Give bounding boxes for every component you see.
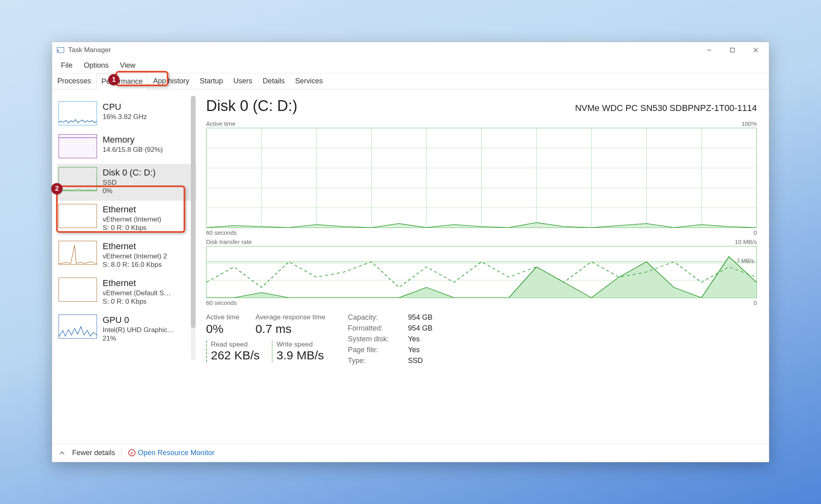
footer-divider — [121, 449, 122, 458]
active-time-label: Active time — [206, 313, 239, 321]
svg-marker-23 — [206, 257, 756, 298]
sidebar-item-sub2: S: 0 R: 0 Kbps — [103, 224, 161, 232]
sidebar-item-sub: vEthernet (Default S… — [103, 289, 171, 297]
tab-strip: Processes Performance App history Startu… — [52, 73, 769, 89]
sidebar-item-ethernet-1[interactable]: Ethernet vEthernet (Internet) S: 0 R: 0 … — [57, 201, 196, 238]
transfer-rate-chart: 7 MB/s — [206, 246, 757, 298]
sidebar-item-sub2: S: 8.0 R: 16.0 Kbps — [103, 260, 167, 269]
info-sysdisk-v: Yes — [408, 335, 452, 343]
annotation-badge-1: 1 — [108, 74, 119, 85]
sidebar-item-label: Memory — [103, 134, 163, 145]
window-title: Task Manager — [68, 46, 111, 54]
sidebar-item-sub: vEthernet (Internet) 2 — [103, 252, 167, 260]
sidebar-item-sub2: S: 0 R: 0 Kbps — [103, 297, 171, 306]
app-icon — [57, 47, 64, 53]
sidebar-item-sub: 14.6/15.8 GB (92%) — [103, 145, 163, 154]
info-pagefile-v: Yes — [408, 346, 452, 354]
chart2-max: 10 MB/s — [735, 238, 757, 245]
sidebar-item-cpu[interactable]: CPU 16% 3.82 GHz — [57, 98, 196, 131]
chart2-xmin: 60 seconds — [206, 299, 237, 306]
active-time-value: 0% — [206, 322, 239, 336]
gpu-sparkline-icon — [59, 314, 97, 339]
ethernet-sparkline-icon — [59, 278, 97, 302]
read-speed-value: 262 KB/s — [211, 349, 260, 362]
chart1-xmin: 60 seconds — [206, 229, 237, 236]
tab-app-history[interactable]: App history — [148, 73, 194, 89]
ethernet-sparkline-icon — [59, 204, 97, 228]
cpu-sparkline-icon — [59, 101, 97, 125]
close-button[interactable] — [744, 43, 767, 57]
avg-response-value: 0.7 ms — [255, 322, 326, 336]
window-controls — [698, 43, 767, 57]
stats-row: Active time 0% Average response time 0.7… — [206, 313, 757, 365]
fewer-details-button[interactable]: Fewer details — [72, 449, 115, 457]
sidebar-item-label: Disk 0 (C: D:) — [103, 167, 156, 178]
chart1-max: 100% — [742, 120, 757, 127]
titlebar: Task Manager — [52, 42, 769, 58]
sidebar-item-label: Ethernet — [103, 241, 167, 252]
detail-model: NVMe WDC PC SN530 SDBPNPZ-1T00-1114 — [575, 103, 757, 113]
detail-title: Disk 0 (C: D:) — [206, 97, 297, 115]
info-type-k: Type: — [348, 357, 404, 365]
disk-sparkline-icon — [59, 167, 97, 191]
sidebar-item-sub: SSD — [103, 178, 156, 187]
tab-details[interactable]: Details — [257, 73, 290, 89]
resource-monitor-icon — [128, 449, 135, 456]
sidebar-item-ethernet-3[interactable]: Ethernet vEthernet (Default S… S: 0 R: 0… — [57, 274, 196, 311]
info-capacity-k: Capacity: — [348, 313, 404, 322]
resource-monitor-label: Open Resource Monitor — [138, 449, 214, 457]
tab-services[interactable]: Services — [290, 73, 328, 89]
write-speed-value: 3.9 MB/s — [277, 349, 324, 362]
svg-rect-4 — [59, 135, 97, 158]
open-resource-monitor-link[interactable]: Open Resource Monitor — [128, 449, 214, 457]
info-formatted-k: Formatted: — [348, 324, 404, 333]
avg-response-label: Average response time — [255, 313, 326, 321]
menu-file[interactable]: File — [55, 59, 78, 72]
tab-users[interactable]: Users — [228, 73, 257, 89]
info-sysdisk-k: System disk: — [348, 335, 404, 343]
active-time-chart — [206, 128, 757, 228]
sidebar-item-label: CPU — [103, 101, 147, 113]
sidebar-item-gpu0[interactable]: GPU 0 Intel(R) UHD Graphic… 21% — [57, 311, 196, 348]
sidebar-item-label: Ethernet — [103, 204, 161, 215]
annotation-badge-2: 2 — [51, 183, 63, 194]
tab-performance[interactable]: Performance — [96, 74, 148, 89]
chevron-up-icon — [59, 450, 66, 457]
tab-processes[interactable]: Processes — [52, 73, 96, 89]
sidebar-item-sub: Intel(R) UHD Graphic… — [103, 326, 174, 334]
performance-sidebar: CPU 16% 3.82 GHz Memory 14.6/15.8 GB (92… — [52, 89, 196, 444]
sidebar-item-sub2: 21% — [103, 334, 174, 343]
disk-info-grid: Capacity: 954 GB Formatted:954 GB System… — [348, 313, 452, 365]
chart2-xmax: 0 — [754, 299, 757, 306]
chart1-xmax: 0 — [754, 229, 757, 236]
sidebar-scrollbar[interactable] — [191, 96, 196, 360]
sidebar-item-sub2: 0% — [103, 187, 156, 195]
chart1-label: Active time — [206, 120, 235, 127]
minimize-button[interactable] — [698, 43, 721, 57]
info-type-v: SSD — [408, 357, 452, 365]
task-manager-window: 1 2 Task Manager File Options View Proce… — [52, 42, 769, 462]
read-speed-label: Read speed — [211, 341, 260, 349]
write-speed-label: Write speed — [277, 341, 324, 349]
chart2-refline-label: 7 MB/s — [736, 258, 754, 264]
info-pagefile-k: Page file: — [348, 346, 404, 354]
menu-options[interactable]: Options — [78, 59, 114, 72]
performance-detail-pane: Disk 0 (C: D:) NVMe WDC PC SN530 SDBPNPZ… — [196, 89, 769, 444]
sidebar-item-sub: vEthernet (Internet) — [103, 215, 161, 224]
sidebar-item-ethernet-2[interactable]: Ethernet vEthernet (Internet) 2 S: 8.0 R… — [57, 238, 196, 274]
memory-sparkline-icon — [59, 134, 97, 158]
info-formatted-v: 954 GB — [408, 324, 452, 333]
maximize-button[interactable] — [721, 43, 744, 57]
sidebar-item-disk0[interactable]: Disk 0 (C: D:) SSD 0% — [57, 164, 196, 201]
body: CPU 16% 3.82 GHz Memory 14.6/15.8 GB (92… — [52, 89, 769, 444]
sidebar-item-memory[interactable]: Memory 14.6/15.8 GB (92%) — [57, 131, 196, 164]
sidebar-item-label: GPU 0 — [103, 314, 174, 326]
sidebar-item-label: Ethernet — [103, 278, 171, 289]
menubar: File Options View — [52, 58, 769, 73]
footer: Fewer details Open Resource Monitor — [52, 444, 769, 462]
info-capacity-v: 954 GB — [408, 313, 452, 322]
tab-startup[interactable]: Startup — [194, 73, 228, 89]
sidebar-item-sub: 16% 3.82 GHz — [103, 113, 147, 121]
menu-view[interactable]: View — [114, 59, 141, 72]
chart2-label: Disk transfer rate — [206, 238, 252, 245]
